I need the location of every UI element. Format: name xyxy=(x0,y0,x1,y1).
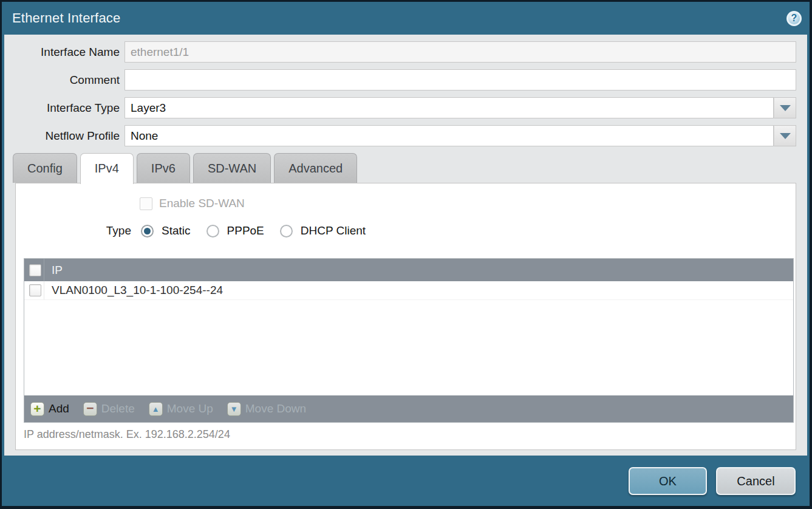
select-all-checkbox[interactable] xyxy=(29,264,41,276)
netflow-profile-row: Netflow Profile xyxy=(4,125,807,146)
enable-sdwan-checkbox xyxy=(140,197,152,210)
row-checkbox[interactable] xyxy=(29,284,41,296)
ip-table-toolbar: + Add − Delete ▲ Move Up ▼ Move Down xyxy=(24,395,793,422)
arrow-up-icon: ▲ xyxy=(149,402,163,416)
type-label: Type xyxy=(16,224,131,237)
tab-bar: Config IPv4 IPv6 SD-WAN Advanced xyxy=(13,153,807,183)
comment-field[interactable] xyxy=(125,69,796,91)
interface-type-row: Interface Type xyxy=(4,97,807,118)
interface-type-dropdown-button[interactable] xyxy=(774,97,796,118)
move-up-button: ▲ Move Up xyxy=(149,402,213,416)
tab-advanced[interactable]: Advanced xyxy=(274,153,357,183)
chevron-down-icon xyxy=(780,105,791,111)
comment-label: Comment xyxy=(4,73,125,87)
cancel-button[interactable]: Cancel xyxy=(716,467,796,495)
tab-config[interactable]: Config xyxy=(13,153,77,183)
ip-column-header: IP xyxy=(52,264,63,277)
add-button[interactable]: + Add xyxy=(30,402,69,416)
interface-type-field[interactable] xyxy=(125,97,774,118)
plus-icon: + xyxy=(30,402,44,416)
ethernet-interface-dialog: Ethernet Interface ? Interface Name Comm… xyxy=(0,0,812,509)
radio-button-icon[interactable] xyxy=(280,225,293,237)
tab-ipv6[interactable]: IPv6 xyxy=(137,153,190,183)
arrow-down-icon: ▼ xyxy=(227,402,241,416)
interface-name-row: Interface Name xyxy=(4,41,807,63)
ip-value: VLAN0100_L3_10-1-100-254--24 xyxy=(52,284,223,297)
dialog-title: Ethernet Interface xyxy=(12,10,120,26)
enable-sdwan-row: Enable SD-WAN xyxy=(140,197,796,210)
chevron-down-icon xyxy=(780,133,791,139)
tab-sdwan[interactable]: SD-WAN xyxy=(193,153,271,183)
dialog-titlebar: Ethernet Interface ? xyxy=(2,2,810,35)
dialog-footer: OK Cancel xyxy=(2,456,810,506)
interface-type-label: Interface Type xyxy=(4,101,125,115)
netflow-profile-field[interactable] xyxy=(125,125,774,146)
interface-name-field xyxy=(125,41,796,63)
interface-name-label: Interface Name xyxy=(4,46,125,59)
enable-sdwan-label: Enable SD-WAN xyxy=(159,197,245,210)
radio-pppoe[interactable]: PPPoE xyxy=(206,224,264,237)
dialog-body: Interface Name Comment Interface Type xyxy=(4,35,807,456)
interface-form: Interface Name Comment Interface Type xyxy=(4,35,807,146)
netflow-profile-dropdown-button[interactable] xyxy=(774,125,796,146)
ip-address-table: IP VLAN0100_L3_10-1-100-254--24 + Add xyxy=(24,258,794,423)
help-icon[interactable]: ? xyxy=(786,11,802,26)
tab-ipv4[interactable]: IPv4 xyxy=(80,153,134,184)
type-row: Type Static PPPoE DHCP Client xyxy=(16,224,796,237)
ok-button[interactable]: OK xyxy=(629,467,707,495)
minus-icon: − xyxy=(83,402,97,416)
delete-button: − Delete xyxy=(83,402,135,416)
ip-format-hint: IP address/netmask. Ex. 192.168.2.254/24 xyxy=(24,428,230,441)
radio-dhcp-client[interactable]: DHCP Client xyxy=(280,224,366,237)
table-row[interactable]: VLAN0100_L3_10-1-100-254--24 xyxy=(24,281,793,300)
radio-static[interactable]: Static xyxy=(141,224,191,237)
radio-dhcp-client-label: DHCP Client xyxy=(301,224,366,237)
radio-static-label: Static xyxy=(162,224,191,237)
radio-pppoe-label: PPPoE xyxy=(227,224,264,237)
ipv4-tab-panel: Enable SD-WAN Type Static PPPoE DHCP Cli… xyxy=(15,183,796,450)
radio-button-icon[interactable] xyxy=(206,225,219,237)
radio-button-icon[interactable] xyxy=(141,225,154,237)
netflow-profile-label: Netflow Profile xyxy=(4,129,125,143)
ip-table-body: VLAN0100_L3_10-1-100-254--24 xyxy=(24,281,793,395)
ip-table-header: IP xyxy=(24,259,793,281)
comment-row: Comment xyxy=(4,69,807,91)
move-down-button: ▼ Move Down xyxy=(227,402,306,416)
